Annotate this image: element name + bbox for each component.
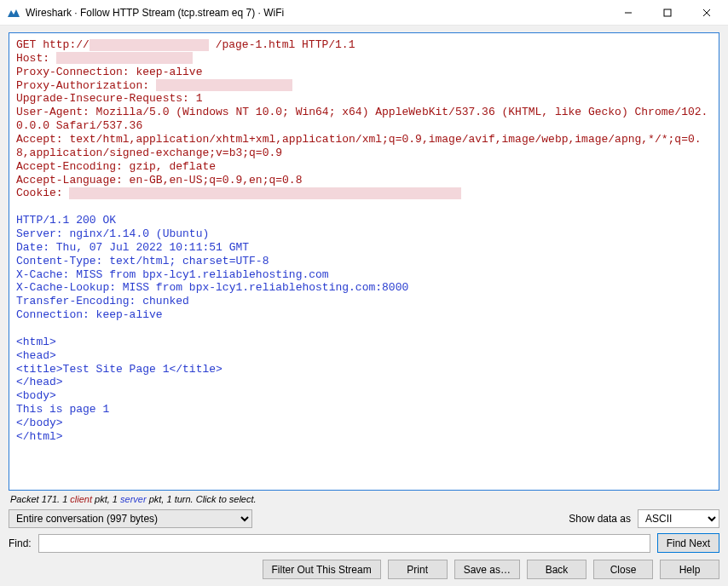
- req-header: Cookie:: [16, 187, 69, 199]
- redacted: .: [90, 39, 209, 51]
- resp-body: </body>: [16, 417, 63, 429]
- dialog-content: GET http://. /page-1.html HTTP/1.1 Host:…: [0, 26, 728, 586]
- req-header: Accept-Encoding: gzip, deflate: [16, 160, 216, 173]
- resp-body: </html>: [16, 430, 63, 443]
- req-header: Accept-Language: en-GB,en-US;q=0.9,en;q=…: [16, 174, 302, 187]
- resp-header: Connection: keep-alive: [16, 308, 163, 321]
- wireshark-icon: [7, 6, 20, 20]
- showas-label: Show data as: [569, 513, 631, 525]
- resp-status: HTTP/1.1 200 OK: [16, 214, 116, 227]
- find-input[interactable]: [38, 534, 650, 553]
- req-header: Upgrade-Insecure-Requests: 1: [16, 92, 202, 105]
- redacted: .: [156, 79, 292, 91]
- resp-header: Transfer-Encoding: chunked: [16, 295, 189, 307]
- conversation-select[interactable]: Entire conversation (997 bytes): [9, 509, 252, 528]
- redacted: .: [56, 52, 193, 64]
- resp-header: X-Cache: MISS from bpx-lcy1.reliablehost…: [16, 268, 329, 281]
- status-line[interactable]: Packet 171. 1 client pkt, 1 server pkt, …: [9, 491, 719, 509]
- req-header: Proxy-Authorization:: [16, 79, 156, 92]
- resp-body: <title>Test Site Page 1</title>: [16, 363, 222, 376]
- window-controls: [609, 0, 726, 26]
- resp-header: Server: nginx/1.14.0 (Ubuntu): [16, 227, 209, 240]
- req-line: GET http://: [16, 38, 90, 51]
- close-button[interactable]: [687, 0, 726, 26]
- redacted: .: [69, 187, 461, 199]
- resp-body: <head>: [16, 349, 56, 362]
- titlebar: Wireshark · Follow HTTP Stream (tcp.stre…: [0, 0, 728, 26]
- req-header: User-Agent: Mozilla/5.0 (Windows NT 10.0…: [16, 106, 708, 132]
- resp-body: This is page 1: [16, 403, 109, 416]
- resp-header: X-Cache-Lookup: MISS from bpx-lcy1.relia…: [16, 281, 408, 294]
- find-row: Find: Find Next: [9, 533, 719, 553]
- req-header: Accept: text/html,application/xhtml+xml,…: [16, 133, 702, 159]
- resp-body: <body>: [16, 389, 56, 402]
- showas-select[interactable]: ASCII: [638, 509, 719, 528]
- back-button[interactable]: Back: [527, 560, 586, 579]
- button-row: Filter Out This Stream Print Save as… Ba…: [9, 560, 719, 579]
- resp-body: </head>: [16, 376, 63, 388]
- stream-text[interactable]: GET http://. /page-1.html HTTP/1.1 Host:…: [9, 32, 719, 491]
- server-count: server: [120, 494, 147, 504]
- client-count: client: [70, 494, 92, 504]
- req-header: Proxy-Connection: keep-alive: [16, 66, 202, 78]
- minimize-button[interactable]: [609, 0, 648, 26]
- find-next-button[interactable]: Find Next: [657, 533, 719, 553]
- svg-rect-1: [664, 9, 671, 16]
- controls-row: Entire conversation (997 bytes) Show dat…: [9, 509, 719, 528]
- resp-body: <html>: [16, 336, 56, 348]
- maximize-button[interactable]: [648, 0, 687, 26]
- req-line: /page-1.html HTTP/1.1: [216, 38, 355, 51]
- resp-header: Date: Thu, 07 Jul 2022 10:11:51 GMT: [16, 241, 249, 254]
- print-button[interactable]: Print: [388, 560, 448, 579]
- window-title: Wireshark · Follow HTTP Stream (tcp.stre…: [26, 7, 609, 19]
- saveas-button[interactable]: Save as…: [454, 560, 520, 579]
- close-dialog-button[interactable]: Close: [593, 560, 653, 579]
- req-header: Host:: [16, 52, 56, 65]
- filter-out-button[interactable]: Filter Out This Stream: [263, 560, 381, 579]
- help-button[interactable]: Help: [660, 560, 719, 579]
- resp-header: Content-Type: text/html; charset=UTF-8: [16, 255, 269, 267]
- find-label: Find:: [9, 537, 32, 549]
